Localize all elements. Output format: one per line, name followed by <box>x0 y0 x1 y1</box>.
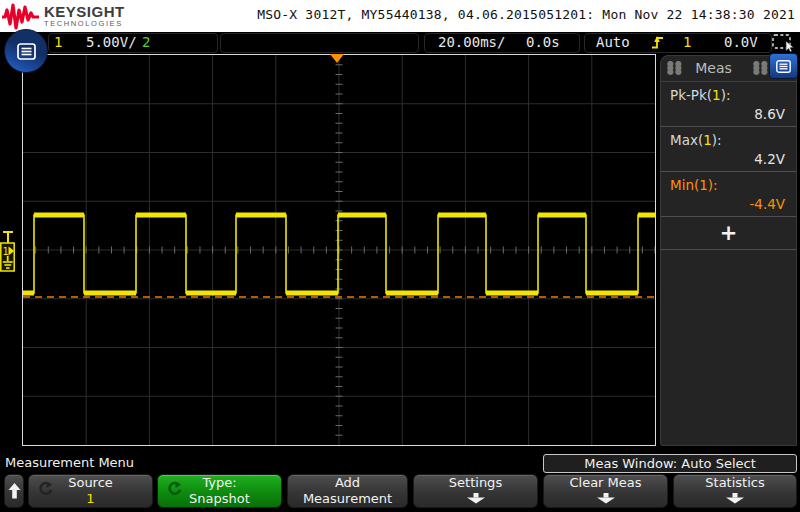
ch1-scale[interactable]: 5.00V/ <box>86 34 137 50</box>
status-bar: 1 5.00V/ 2 20.00ms/ 0.0s Auto 1 0.0V <box>0 32 800 54</box>
keysight-pulse-icon <box>2 1 40 31</box>
selection-box-cursor-icon[interactable] <box>772 34 797 53</box>
softkey-label: Measurement <box>288 491 407 507</box>
softkey-label: Clear Meas <box>544 475 667 491</box>
drag-grip-icon[interactable]: ●●●●●● <box>753 62 762 75</box>
softkey-label: Settings <box>414 475 537 491</box>
timebase-delay[interactable]: 0.0s <box>526 34 560 50</box>
down-arrow-icon <box>725 493 745 504</box>
menu-title: Measurement Menu <box>5 455 134 470</box>
meas-panel: ●●●●●● Meas ●●●●●● Pk-Pk(1): 8.6V Max(1)… <box>660 55 797 446</box>
brand-subtitle: TECHNOLOGIES <box>44 20 125 28</box>
softkey-statistics[interactable]: Statistics <box>673 474 797 508</box>
oscilloscope-screen: KEYSIGHT TECHNOLOGIES MSO-X 3012T, MY554… <box>0 0 800 512</box>
meas-value: 4.2V <box>670 151 787 168</box>
softkey-label: Add <box>288 475 407 491</box>
softkey-source[interactable]: Source 1 <box>28 474 153 508</box>
meas-item-min[interactable]: Min(1): -4.4V <box>661 172 796 217</box>
meas-label: Min(1): <box>670 177 787 196</box>
meas-item-pkpk[interactable]: Pk-Pk(1): 8.6V <box>661 82 796 127</box>
menu-up-button[interactable] <box>4 474 24 508</box>
trigger-position-marker[interactable] <box>330 54 344 63</box>
meas-item-max[interactable]: Max(1): 4.2V <box>661 127 796 172</box>
down-arrow-icon <box>596 493 616 504</box>
trigger-source[interactable]: 1 <box>683 34 691 50</box>
down-arrow-icon <box>466 493 486 504</box>
softkey-add-measurement[interactable]: Add Measurement <box>287 474 408 508</box>
meas-value: 8.6V <box>670 106 787 123</box>
softkey-type[interactable]: Type: Snapshot <box>157 474 282 508</box>
meas-panel-title: Meas <box>661 60 766 76</box>
meas-label: Max(1): <box>670 132 787 151</box>
softkey-label: Statistics <box>674 475 796 491</box>
hamburger-menu-icon <box>776 60 791 73</box>
softkey-clear-meas[interactable]: Clear Meas <box>543 474 668 508</box>
digital-status-group <box>220 33 419 53</box>
trigger-level[interactable]: 0.0V <box>724 34 758 50</box>
waveform-display[interactable] <box>22 54 656 446</box>
brand-name: KEYSIGHT <box>44 4 125 19</box>
meas-panel-menu-button[interactable] <box>769 53 798 79</box>
keysight-logo: KEYSIGHT TECHNOLOGIES <box>2 1 125 31</box>
ch2-number[interactable]: 2 <box>142 34 150 50</box>
cycle-icon <box>167 481 182 496</box>
trigger-mode[interactable]: Auto <box>596 34 630 50</box>
hamburger-menu-icon <box>17 43 36 60</box>
main-menu-button[interactable] <box>4 29 48 73</box>
timebase-scale[interactable]: 20.00ms/ <box>438 34 505 50</box>
meas-window-indicator[interactable]: Meas Window: Auto Select <box>543 454 797 473</box>
system-title: MSO-X 3012T, MY55440138, 04.06.201505120… <box>257 7 795 22</box>
meas-value: -4.4V <box>670 196 787 213</box>
meas-label: Pk-Pk(1): <box>670 87 787 106</box>
graticule-and-trace <box>23 55 655 445</box>
trigger-edge-rising-icon <box>651 35 666 50</box>
softkey-settings[interactable]: Settings <box>413 474 538 508</box>
svg-text:1: 1 <box>3 246 9 257</box>
cycle-icon <box>38 481 53 496</box>
title-bar: KEYSIGHT TECHNOLOGIES MSO-X 3012T, MY554… <box>0 0 800 32</box>
up-arrow-icon <box>8 482 21 500</box>
ch1-number[interactable]: 1 <box>54 34 62 50</box>
ch1-ground-trigger-marker[interactable]: 1 <box>0 229 17 273</box>
add-measurement-plus-button[interactable]: + <box>661 217 796 250</box>
